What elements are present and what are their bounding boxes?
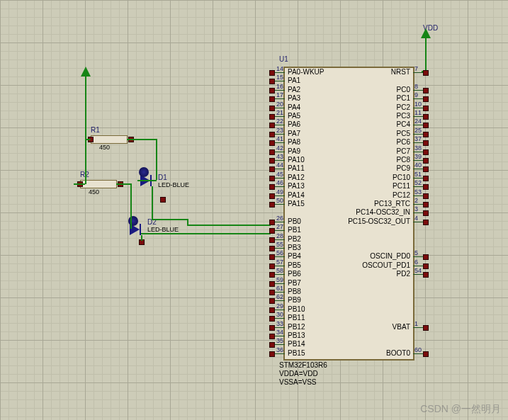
pin-line[interactable] [413, 274, 423, 275]
r2-val: 450 [89, 188, 99, 195]
pin-line[interactable] [413, 125, 423, 125]
pin-name: OSCIN_PD0 [370, 252, 410, 260]
pin-line[interactable] [413, 204, 423, 205]
pin-line[interactable] [413, 256, 423, 257]
wire-d1-bend[interactable] [152, 219, 188, 220]
pin-pad[interactable] [423, 176, 429, 181]
pin-line[interactable] [413, 327, 423, 328]
pin-name: PA2 [288, 86, 300, 93]
pin-pad[interactable] [423, 184, 429, 190]
wire-nrst-v[interactable] [425, 38, 427, 71]
pin-pad[interactable] [423, 149, 429, 155]
pin-num: 54 [414, 267, 422, 274]
pin-pad[interactable] [423, 106, 429, 111]
pin-pad[interactable] [423, 272, 429, 278]
pin-num: 25 [414, 127, 422, 134]
r1-body[interactable] [91, 135, 128, 144]
pin-name: PC13_RTC [374, 200, 410, 208]
pin-line[interactable] [413, 152, 423, 152]
pin-name: PA3 [288, 94, 300, 102]
pin-name: PA15 [288, 200, 305, 208]
pin-line[interactable] [413, 169, 423, 169]
pin-line[interactable] [413, 266, 423, 266]
pin-pad[interactable] [423, 210, 429, 216]
pin-num: 9 [414, 91, 418, 98]
wire-r2-in[interactable] [74, 183, 85, 185]
wire-r1-in[interactable] [85, 139, 91, 140]
wire-r1-out[interactable] [127, 139, 157, 140]
pin-name: PC7 [397, 147, 410, 155]
pin-line[interactable] [413, 195, 423, 196]
pin-line[interactable] [413, 98, 423, 99]
pin-pad[interactable] [423, 220, 429, 225]
pin-name: PA1 [288, 76, 300, 84]
grid [0, 0, 508, 420]
u1-part: STM32F103R6 [279, 361, 327, 369]
wire-r2-stub[interactable] [74, 183, 75, 184]
pin-name: PB9 [288, 296, 301, 304]
pin-name: PB12 [288, 323, 305, 331]
pin-pad[interactable] [423, 114, 429, 120]
pin-name: PA7 [288, 130, 300, 137]
pin-line[interactable] [413, 90, 423, 91]
pin-pad[interactable] [423, 351, 429, 357]
wire-r2-d2-v[interactable] [130, 183, 132, 229]
pin-pad[interactable] [423, 140, 429, 146]
pin-num: 37 [414, 135, 422, 142]
pin-pad[interactable] [423, 254, 429, 260]
pin-name: PC9 [397, 164, 410, 172]
pin-pad[interactable] [423, 158, 429, 164]
pin-pad[interactable] [423, 325, 429, 331]
d1-ref: D1 [158, 174, 167, 181]
pin-line[interactable] [413, 160, 423, 161]
pin-line[interactable] [413, 186, 423, 187]
wire-d1-pb0[interactable] [187, 225, 271, 226]
pin-line[interactable] [413, 116, 423, 117]
pin-line[interactable] [413, 212, 423, 213]
wire-d2-out-v[interactable] [141, 235, 142, 241]
pin-num: 39 [414, 153, 422, 160]
u1-chip[interactable]: 14PA0-WKUP15PA116PA217PA320PA421PA522PA6… [283, 67, 414, 361]
pin-name: PC15-OSC32_OUT [348, 217, 410, 225]
pin-line[interactable] [413, 222, 423, 222]
wire-r2-out[interactable] [116, 183, 132, 185]
pin-name: PC6 [397, 138, 410, 146]
pin-num: 3 [414, 205, 418, 212]
pin-name: PA9 [288, 147, 300, 155]
wire-d1-out-v[interactable] [152, 186, 153, 219]
pin-line[interactable] [413, 134, 423, 135]
pin-name: PC8 [397, 156, 410, 164]
pin-pad[interactable] [423, 193, 429, 199]
pin-pad[interactable] [423, 263, 429, 269]
wire-d1-in[interactable] [137, 180, 157, 181]
pin-line[interactable] [413, 178, 423, 178]
pin-pad[interactable] [423, 88, 429, 93]
pin-pad[interactable] [423, 166, 429, 172]
pin-pad[interactable] [269, 202, 275, 208]
pin-pad[interactable] [423, 70, 429, 76]
pin-num: 6 [414, 259, 418, 266]
schematic-canvas[interactable]: VDD U1 14PA0-WKUP15PA116PA217PA320PA421P… [0, 0, 508, 420]
pin-pad[interactable] [423, 123, 429, 128]
pin-num: 52 [414, 179, 422, 186]
pin-pad[interactable] [269, 351, 275, 357]
wire-r1-d1-v[interactable] [156, 139, 157, 180]
pin-pad[interactable] [423, 96, 429, 102]
pin-name: PB6 [288, 270, 301, 278]
pin-name: PB11 [288, 314, 305, 322]
pin-pad[interactable] [423, 202, 429, 208]
pin-pad[interactable] [423, 132, 429, 137]
pin-name: VBAT [393, 323, 410, 331]
pin-name: PA6 [288, 120, 300, 128]
vdd-arrow2-icon [81, 67, 91, 76]
pin-name: PB0 [288, 217, 301, 225]
pin-name: NRST [391, 68, 410, 76]
pin-line[interactable] [413, 142, 423, 143]
pin-line[interactable] [413, 72, 423, 73]
pin-line[interactable] [413, 353, 423, 354]
pin-line[interactable] [413, 108, 423, 108]
pin-name: BOOT0 [386, 349, 410, 357]
wire-d2-pb1[interactable] [141, 233, 271, 234]
wire-vdd-main-v[interactable] [85, 76, 86, 184]
pin-name: PB4 [288, 252, 301, 260]
